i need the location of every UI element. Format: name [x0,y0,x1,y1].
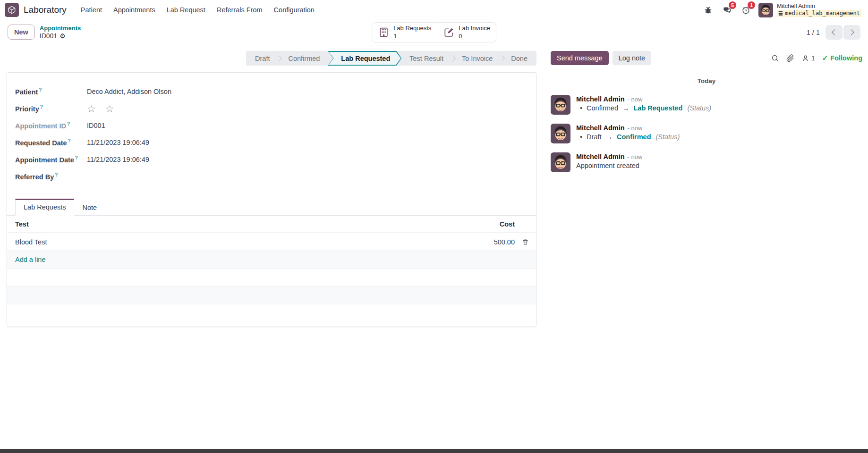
help-icon: ? [68,138,71,143]
building-icon [378,26,390,38]
bullet-icon: • [580,104,582,112]
notebook-tabs: Lab Requests Note [7,198,536,216]
menu-referrals-from[interactable]: Referrals From [212,3,267,17]
log-note-button[interactable]: Log note [613,51,651,65]
tab-lab-requests[interactable]: Lab Requests [15,199,74,216]
table-row[interactable]: Blood Test 500.00 [7,233,536,251]
message-author: Mitchell Admin [576,153,625,160]
column-header-cost[interactable]: Cost [458,220,515,228]
person-icon [801,54,809,62]
followers-button[interactable]: 1 [801,54,815,62]
status-step-to-invoice[interactable]: To Invoice [453,51,502,66]
priority-stars[interactable]: ☆ ☆ [87,104,118,114]
chatter-message: Mitchell Admin - now • Confirmed → Lab R… [551,93,862,117]
smart-buttons: Lab Requests 1 Lab Invoice 0 [372,22,496,42]
statusbar: Draft Confirmed Lab Requested Lab Reques… [246,51,536,66]
window-bottom-edge [0,449,868,453]
database-icon [778,11,783,16]
menu-configuration[interactable]: Configuration [269,3,319,17]
user-avatar [758,3,773,17]
status-step-done[interactable]: Done [502,51,536,66]
cost-cell[interactable]: 500.00 [458,238,515,246]
message-avatar [551,152,570,172]
help-icon: ? [55,172,58,177]
chevron-right-icon [848,29,854,35]
send-message-button[interactable]: Send message [551,51,609,65]
lab-requests-smart-button[interactable]: Lab Requests 1 [372,22,437,42]
menu-patient[interactable]: Patient [76,3,107,17]
column-header-test[interactable]: Test [7,220,458,228]
tracking-new-value[interactable]: Lab Requested [633,104,682,112]
lab-invoice-count: 0 [459,33,462,40]
odoo-apps-icon[interactable] [5,3,19,17]
add-a-line-link[interactable]: Add a line [7,256,46,263]
breadcrumb: Appointments ID001 ⚙ [40,25,81,40]
pager-next-button[interactable] [843,25,860,40]
chatter-message: Mitchell Admin - now Appointment created [551,151,862,174]
status-step-draft[interactable]: Draft [246,51,279,66]
message-time: - now [628,125,643,132]
messages-icon[interactable]: 5 [721,4,733,16]
app-name[interactable]: Laboratory [24,5,67,15]
empty-row [7,268,536,286]
main-menu: Patient Appointments Lab Request Referra… [76,3,319,17]
arrow-right-icon: → [622,104,630,112]
message-author: Mitchell Admin [576,124,625,132]
status-step-confirmed[interactable]: Confirmed [279,51,329,66]
menu-lab-request[interactable]: Lab Request [162,3,210,17]
tracking-new-value[interactable]: Confirmed [617,133,651,141]
message-time: - now [628,153,643,160]
message-avatar [551,95,570,115]
delete-row-button[interactable] [522,238,529,245]
table-header: Test Cost [7,216,536,233]
patient-field[interactable]: Deco Addict, Addison Olson [87,88,171,95]
field-row-referred-by: Referred By? [15,168,536,185]
debug-bug-icon[interactable] [702,4,714,16]
tracking-old-value: Confirmed [587,104,618,112]
database-badge: medical_lab_management [777,10,861,17]
tracking-change: • Draft → Confirmed (Status) [576,133,680,141]
status-step-test-result[interactable]: Test Result [400,51,452,66]
date-divider: Today [551,77,862,84]
tracking-field-name: (Status) [687,104,711,112]
activities-badge: 1 [748,1,755,9]
arrow-right-icon: → [606,133,613,141]
search-messages-icon[interactable] [771,54,779,62]
help-icon: ? [40,104,43,109]
field-row-requested-date: Requested Date? 11/21/2023 19:06:49 [15,134,536,151]
add-line-row: Add a line [7,251,536,268]
field-row-priority: Priority? ☆ ☆ [15,100,536,117]
empty-row [7,286,536,304]
followers-count: 1 [811,54,815,62]
following-button[interactable]: ✓ Following [822,54,862,62]
new-button[interactable]: New [8,25,35,40]
message-body: Appointment created [576,162,642,169]
message-avatar [551,124,570,143]
message-author: Mitchell Admin [576,95,625,103]
empty-row [7,304,536,327]
tab-note[interactable]: Note [74,200,105,216]
date-divider-label: Today [698,77,716,84]
attachment-paperclip-icon[interactable] [786,54,794,62]
test-cell[interactable]: Blood Test [7,238,458,246]
menu-appointments[interactable]: Appointments [109,3,160,17]
field-row-appointment-date: Appointment Date? 11/21/2023 19:06:49 [15,151,536,168]
breadcrumb-appointments-link[interactable]: Appointments [40,25,81,32]
pager-previous-button[interactable] [825,25,842,40]
lab-invoice-smart-button[interactable]: Lab Invoice 0 [437,22,496,42]
chatter-message: Mitchell Admin - now • Draft → Confirmed… [551,122,862,145]
tracking-field-name: (Status) [656,133,680,141]
status-step-lab-requested[interactable]: Lab Requested Lab Requested [328,51,401,66]
pager-text: 1 / 1 [807,29,820,36]
gear-icon[interactable]: ⚙ [60,32,66,40]
edit-invoice-icon [443,26,455,38]
help-icon: ? [67,121,70,126]
appointment-date-field[interactable]: 11/21/2023 19:06:49 [87,156,149,163]
requested-date-field[interactable]: 11/21/2023 19:06:49 [87,139,149,146]
user-menu[interactable]: Mitchell Admin medical_lab_management [758,3,861,17]
activities-clock-icon[interactable]: 1 [740,4,752,16]
help-icon: ? [75,155,78,160]
chevron-left-icon [832,29,838,35]
chatter: Send message Log note 1 ✓ Following [543,45,868,179]
field-row-patient: Patient? Deco Addict, Addison Olson [15,83,536,100]
